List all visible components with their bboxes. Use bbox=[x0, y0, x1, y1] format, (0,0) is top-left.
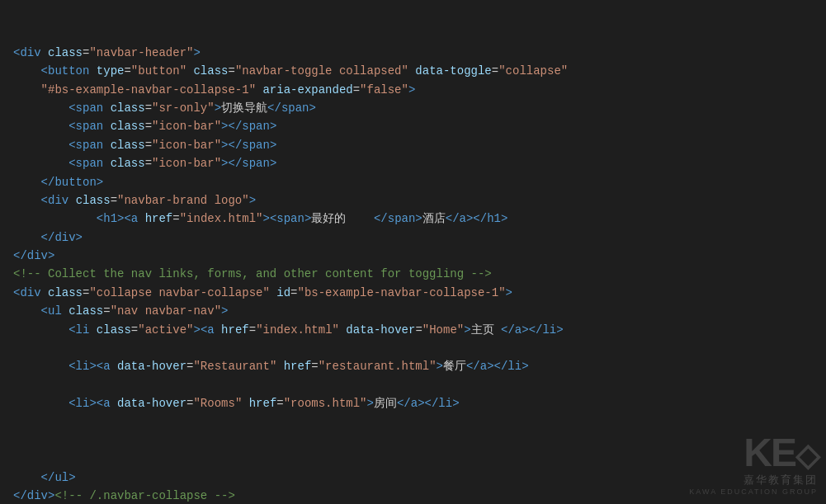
code-line: <li class="active"><a href="index.html" … bbox=[0, 321, 826, 339]
code-line: </div> bbox=[0, 247, 826, 265]
watermark-container: KE◇ 嘉华教育集团 KAWA EDUCATION GROUP bbox=[689, 433, 818, 496]
code-line bbox=[0, 339, 826, 357]
code-line: <h1><a href="index.html"><span>最好的 </spa… bbox=[0, 210, 826, 228]
kawa-brand-en: KAWA EDUCATION GROUP bbox=[689, 488, 818, 496]
code-line: <ul class="nav navbar-nav"> bbox=[0, 302, 826, 320]
kawa-brand-cn: 嘉华教育集团 bbox=[743, 473, 818, 488]
code-line bbox=[0, 376, 826, 394]
code-line: <span class="icon-bar"></span> bbox=[0, 117, 826, 135]
code-line: "#bs-example-navbar-collapse-1" aria-exp… bbox=[0, 81, 826, 99]
code-line: </button> bbox=[0, 173, 826, 191]
code-line: <span class="icon-bar"></span> bbox=[0, 154, 826, 172]
code-line: </div> bbox=[0, 228, 826, 247]
code-line: <div class="collapse navbar-collapse" id… bbox=[0, 284, 826, 302]
code-line: <li><a data-hover="Restaurant" href="res… bbox=[0, 357, 826, 375]
code-editor: <div class="navbar-header"> <button type… bbox=[0, 0, 826, 504]
code-line bbox=[0, 413, 826, 431]
kawa-logo-icon: KE◇ bbox=[743, 433, 818, 473]
code-line: <span class="sr-only">切换导航</span> bbox=[0, 99, 826, 117]
code-line: <!-- Collect the nav links, forms, and o… bbox=[0, 265, 826, 283]
code-line: <div class="navbar-brand logo"> bbox=[0, 191, 826, 210]
code-line: <div class="navbar-header"> bbox=[0, 44, 826, 62]
code-line: <span class="icon-bar"></span> bbox=[0, 136, 826, 154]
code-line: <button type="button" class="navbar-togg… bbox=[0, 62, 826, 80]
code-line: <li><a data-hover="Rooms" href="rooms.ht… bbox=[0, 394, 826, 412]
